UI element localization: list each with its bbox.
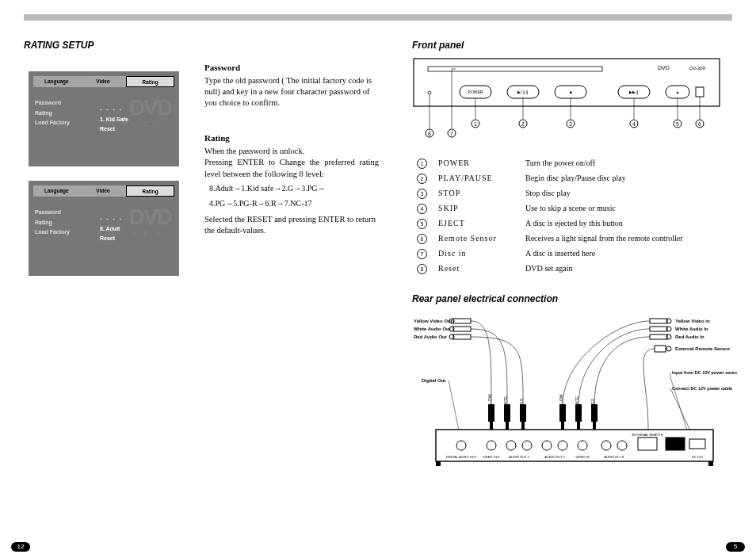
dvd-logo: DVD — [658, 65, 670, 71]
osd-watermark: DVD — [129, 204, 171, 230]
table-row: 5EJECTA disc is ejected by this button — [414, 217, 686, 231]
label-white-audio-in: White Audio In — [675, 327, 708, 331]
osd-menu-password: Password — [35, 98, 70, 109]
svg-text:7: 7 — [450, 131, 453, 136]
svg-text:8: 8 — [428, 131, 431, 136]
table-row: 3STOPStop disc play — [414, 187, 686, 201]
svg-text:▶▶❙: ▶▶❙ — [629, 90, 639, 95]
svg-rect-64 — [561, 422, 564, 430]
callout-num: 6 — [417, 234, 427, 244]
svg-rect-45 — [650, 319, 667, 323]
svg-rect-41 — [453, 327, 471, 331]
label-digital-out: Digital Out — [422, 378, 445, 383]
jack-video-out: VIDEO OUT — [483, 455, 501, 459]
plug-white: WHITE — [575, 396, 579, 409]
callout-num: 8 — [417, 264, 427, 274]
callout-label: STOP — [435, 187, 521, 201]
external-remote-icon — [655, 346, 671, 352]
svg-rect-80 — [666, 438, 685, 450]
osd-menu-rating: Rating — [35, 218, 70, 228]
label-power-cable: Connect DC 12V power cable — [672, 386, 732, 391]
label-yellow-video-out: Yellow Video Out — [414, 319, 452, 323]
plug-red: RED — [519, 398, 524, 407]
label-white-audio-out: White Audio Out — [414, 327, 451, 331]
callout-num: 7 — [417, 249, 427, 259]
callout-desc: Receives a light signal from the remote … — [522, 232, 686, 246]
rca-in-icons — [650, 319, 671, 339]
callout-desc: DVD set again — [522, 262, 686, 276]
level-4-pg: 4.PG — [209, 199, 225, 208]
rating-levels-line-2: 4.PG5.PG-R6.R7.NC-17 — [209, 198, 379, 209]
jack-audio-out-2: AUDIO OUT 2 — [544, 455, 565, 459]
callout-label: POWER — [435, 157, 521, 170]
svg-rect-0 — [414, 59, 720, 106]
right-page: Front panel DVD DV-200 POWER ▶/❙❙ ■ ▶▶❙ — [388, 30, 732, 534]
osd-tab-rating: Rating — [126, 185, 174, 197]
svg-text:▶/❙❙: ▶/❙❙ — [517, 90, 528, 95]
label-red-audio-in: Red Audio In — [675, 334, 704, 339]
plug-yellow: YELLOW — [559, 394, 563, 411]
callout-num: 5 — [417, 219, 427, 229]
rating-setup-text-column: Password Type the old password ( The ini… — [190, 57, 379, 290]
callout-desc: Use to skip a scene or music — [522, 202, 686, 216]
svg-rect-43 — [453, 334, 471, 339]
callout-desc: Turn the power on/off — [522, 157, 686, 170]
rca-out-icons — [449, 319, 471, 339]
osd-watermark: DVD — [129, 95, 171, 120]
callout-label: Remote Sensor — [435, 232, 521, 246]
model-label: DV-200 — [689, 66, 706, 71]
plug-yellow: YELLOW — [487, 394, 492, 411]
svg-text:■: ■ — [569, 90, 571, 94]
svg-rect-60 — [506, 422, 509, 430]
jack-digital-out: DIGITAL AUDIO OUT — [446, 455, 477, 459]
table-row: 1POWERTurn the power on/off — [414, 157, 686, 170]
osd-menu-load-factory: Load Factory — [35, 118, 70, 128]
page-number-right: 5 — [726, 542, 745, 552]
level-1-kidsafe: 1.Kid safe — [241, 184, 273, 193]
svg-text:4: 4 — [632, 121, 636, 127]
password-heading: Password — [204, 62, 379, 74]
level-5-pgr: 5.PG-R — [233, 199, 257, 208]
callout-label: Reset — [435, 262, 521, 276]
callout-num: 3 — [417, 189, 427, 199]
plug-white: WHITE — [503, 396, 508, 409]
label-red-audio-out: Red Audio Out — [414, 334, 447, 339]
left-page: RATING SETUP Language Video Rating DVD V… — [24, 30, 388, 534]
jack-dc12v: DC 12V — [692, 455, 703, 459]
svg-text:3: 3 — [569, 121, 572, 127]
osd-screenshot-2: Language Video Rating DVD V I D E O Pass… — [29, 181, 179, 276]
table-row: 2PLAY/PAUSEBegin disc play/Pause disc pl… — [414, 172, 686, 185]
callout-desc: A disc is ejected by this button — [522, 217, 686, 231]
page-number-left: 12 — [11, 542, 30, 552]
table-row: 7Disc inA disc is inserted here — [414, 247, 686, 261]
label-external-remote: External Remote Sensor — [675, 346, 731, 351]
svg-text:▲: ▲ — [676, 90, 680, 94]
jack-audio-in: AUDIO IN L R — [605, 455, 624, 459]
table-row: 4SKIPUse to skip a scene or music — [414, 202, 686, 216]
osd-reset-value: Reset — [100, 124, 128, 135]
callout-desc: Stop disc play — [522, 187, 686, 201]
front-panel-legend: 1POWERTurn the power on/off 2PLAY/PAUSEB… — [412, 155, 688, 277]
svg-rect-47 — [650, 327, 667, 331]
osd-rating-value: 1. Kid Safe — [100, 115, 128, 125]
rating-body-1: When the password is unlock. — [204, 146, 379, 157]
callout-num: 4 — [417, 204, 427, 214]
svg-text:2: 2 — [521, 121, 525, 127]
rating-body-3: Selected the RESET and pressing ENTER to… — [204, 214, 379, 236]
svg-rect-49 — [650, 334, 667, 339]
rear-panel-heading: Rear panel electrical connection — [412, 293, 732, 304]
front-panel-diagram: DVD DV-200 POWER ▶/❙❙ ■ ▶▶❙ ▲ — [412, 57, 721, 144]
rating-body-2: Pressing ENTER to Change the preferred r… — [204, 157, 379, 179]
osd-menu-rating: Rating — [35, 109, 70, 119]
jack-video-in: VIDEO IN — [575, 455, 590, 459]
osd-reset-value: Reset — [100, 234, 123, 244]
svg-rect-82 — [436, 461, 441, 466]
callout-num: 2 — [417, 174, 427, 184]
callout-desc: A disc is inserted here — [522, 247, 686, 261]
osd-password-value: - - - - — [100, 105, 128, 115]
svg-text:6: 6 — [698, 121, 701, 127]
svg-rect-66 — [577, 422, 580, 430]
callout-desc: Begin disc play/Pause disc play — [522, 172, 686, 185]
table-row: 6Remote SensorReceives a light signal fr… — [414, 232, 686, 246]
osd-password-value: - - - - — [100, 214, 123, 224]
